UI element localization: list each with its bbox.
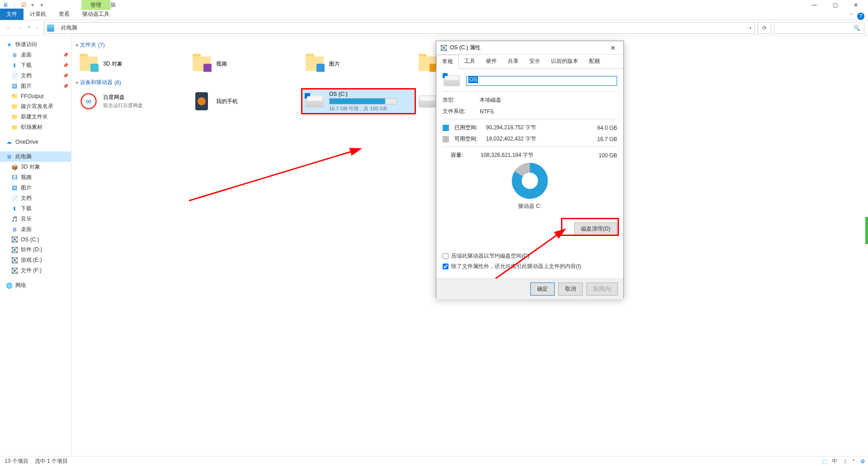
folder-icon <box>418 54 438 74</box>
pin-icon: 📌 <box>63 73 68 78</box>
drive-name-input[interactable]: OS <box>466 76 617 86</box>
drive-large-icon <box>443 74 461 88</box>
folder-icon: 📁 <box>11 93 18 100</box>
ribbon-tabs: 文件 计算机 查看 驱动器工具 ˅ ? <box>0 10 868 20</box>
sidebar-item[interactable]: 📁媒介宣发名录 <box>0 101 71 112</box>
folder-item[interactable]: 3D 对象 <box>76 52 189 76</box>
help-icon[interactable]: ? <box>857 13 864 20</box>
maximize-button[interactable]: ▢ <box>825 0 845 10</box>
breadcrumb-root[interactable]: 此电脑 <box>61 24 77 32</box>
chevron-down-icon[interactable]: ▾ <box>76 43 78 47</box>
sidebar-item[interactable]: 🎵音乐 <box>0 214 71 224</box>
nav-up-icon[interactable]: ↑ <box>36 25 38 31</box>
tray-moon-icon[interactable]: ☽ <box>842 458 847 465</box>
apply-button[interactable]: 应用(A) <box>586 282 618 296</box>
group-title: 设备和驱动器 <box>80 79 113 86</box>
sidebar-item[interactable]: ⬇下载 <box>0 203 71 214</box>
tab-drive-tools[interactable]: 驱动器工具 <box>76 9 116 20</box>
nav-back-icon[interactable]: ← <box>6 25 12 31</box>
folder-item[interactable]: 视频 <box>189 52 302 76</box>
item-icon: 📦 <box>11 164 18 171</box>
item-icon: 🎵 <box>11 216 18 223</box>
tab-computer[interactable]: 计算机 <box>24 9 52 20</box>
sidebar-this-pc[interactable]: 🖥 此电脑 <box>0 151 71 162</box>
folder-item[interactable]: 图片 <box>302 52 415 76</box>
drive-item[interactable]: OS (C:)16.7 GB 可用，共 100 GB <box>302 89 415 113</box>
item-label: 百度网盘 <box>103 94 143 101</box>
sidebar-item[interactable]: 📄文档📌 <box>0 71 71 81</box>
sidebar-network[interactable]: 🌐 网络 <box>0 280 71 291</box>
checkbox-input[interactable] <box>443 253 448 259</box>
sidebar-item[interactable]: 📄文档 <box>0 193 71 203</box>
capacity-bytes: 108,326,621,184 字节 <box>481 151 533 159</box>
tray-chevron-icon[interactable]: ⌃ <box>851 458 856 465</box>
ok-button[interactable]: 确定 <box>530 282 555 296</box>
sidebar-item[interactable]: 🖼图片 <box>0 183 71 193</box>
tab-file[interactable]: 文件 <box>0 9 24 20</box>
sidebar-item[interactable]: 💽游戏 (E:) <box>0 255 71 265</box>
index-checkbox[interactable]: 除了文件属性外，还允许索引此驱动器上文件的内容(I) <box>443 263 617 270</box>
tab-view[interactable]: 查看 <box>52 9 76 20</box>
chevron-right-icon[interactable]: › <box>57 26 58 30</box>
sidebar-item[interactable]: 📁职场素材 <box>0 122 71 132</box>
sidebar-item[interactable]: 📁新建文件夹 <box>0 112 71 122</box>
chevron-down-icon[interactable]: ▾ <box>76 80 78 85</box>
sidebar-item[interactable]: ⬇下载📌 <box>0 60 71 71</box>
checkbox-icon[interactable]: ☑ <box>20 1 27 9</box>
sidebar-onedrive[interactable]: ☁ OneDrive <box>0 137 71 147</box>
tray-ime-icon[interactable]: 中 <box>832 457 837 465</box>
nav-recent-icon[interactable]: ▾ <box>28 25 30 31</box>
tab-hardware[interactable]: 硬件 <box>481 55 502 68</box>
title-bar: 🖥 | ☑ ▾ ▾ 管理 此电脑 — ▢ ✕ <box>0 0 868 10</box>
sidebar-item[interactable]: 🎞视频 <box>0 172 71 183</box>
tab-previous[interactable]: 以前的版本 <box>546 55 584 68</box>
sidebar-item-label: 媒介宣发名录 <box>21 103 53 110</box>
sidebar-label: 此电脑 <box>15 153 32 160</box>
tab-sharing[interactable]: 共享 <box>502 55 524 68</box>
tray-icon[interactable]: ⬚ <box>822 458 827 465</box>
sidebar-item-label: 3D 对象 <box>21 163 40 171</box>
sidebar-item-label: OS (C:) <box>21 236 39 243</box>
sidebar-item[interactable]: 💽OS (C:) <box>0 235 71 245</box>
ribbon-expand-icon[interactable]: ˅ <box>850 13 853 19</box>
compress-checkbox[interactable]: 压缩此驱动器以节约磁盘空间(C) <box>443 252 617 260</box>
tab-general[interactable]: 常规 <box>436 55 459 69</box>
sidebar-item[interactable]: 🖼图片📌 <box>0 81 71 91</box>
minimize-button[interactable]: — <box>804 0 825 10</box>
drive-item[interactable]: ∞百度网盘双击运行百度网盘 <box>76 89 189 113</box>
addr-dropdown-icon[interactable]: ▾ <box>750 26 752 30</box>
tab-security[interactable]: 安全 <box>524 55 546 68</box>
quick-access-toolbar: 🖥 | ☑ ▾ ▾ <box>2 1 45 9</box>
contextual-tab-header: 管理 <box>81 0 110 10</box>
dialog-titlebar[interactable]: 💽 OS (C:) 属性 ✕ <box>436 41 623 55</box>
nav-forward-icon[interactable]: → <box>17 25 23 31</box>
close-button[interactable]: ✕ <box>845 0 866 10</box>
cancel-button[interactable]: 取消 <box>558 282 583 296</box>
sidebar-item[interactable]: 💽文件 (F:) <box>0 265 71 276</box>
free-label: 可用空间: <box>454 135 481 143</box>
sidebar-quick-access[interactable]: ★ 快速访问 <box>0 39 71 50</box>
sidebar-item[interactable]: 🖥桌面 <box>0 224 71 235</box>
tab-tools[interactable]: 工具 <box>459 55 481 68</box>
search-box[interactable]: 🔍 <box>774 22 864 34</box>
qat-dropdown-icon[interactable]: ▾ <box>29 1 36 9</box>
address-bar[interactable]: › 此电脑 ▾ <box>44 22 755 34</box>
status-selected-count: 选中 1 个项目 <box>35 457 68 465</box>
type-value: 本地磁盘 <box>480 96 501 104</box>
sidebar-item[interactable]: 📦3D 对象 <box>0 162 71 172</box>
annotation-box <box>561 218 619 236</box>
type-label: 类型: <box>443 96 474 104</box>
qat-overflow-icon[interactable]: ▾ <box>38 1 45 9</box>
fs-value: NTFS <box>480 108 494 115</box>
sidebar-item-label: 软件 (D:) <box>21 246 42 254</box>
tab-quota[interactable]: 配额 <box>584 55 605 68</box>
sidebar-item[interactable]: 📁FFOutput <box>0 91 71 101</box>
item-icon: 💽 <box>11 236 18 243</box>
checkbox-input[interactable] <box>443 264 448 269</box>
sidebar-item[interactable]: 💽软件 (D:) <box>0 245 71 255</box>
drive-item[interactable]: 我的手机 <box>189 89 302 113</box>
dialog-close-button[interactable]: ✕ <box>606 44 620 52</box>
sidebar-item[interactable]: 🖥桌面📌 <box>0 50 71 60</box>
refresh-button[interactable]: ⟳ <box>758 22 771 34</box>
tray-gear-icon[interactable]: ⚙ <box>860 458 865 465</box>
